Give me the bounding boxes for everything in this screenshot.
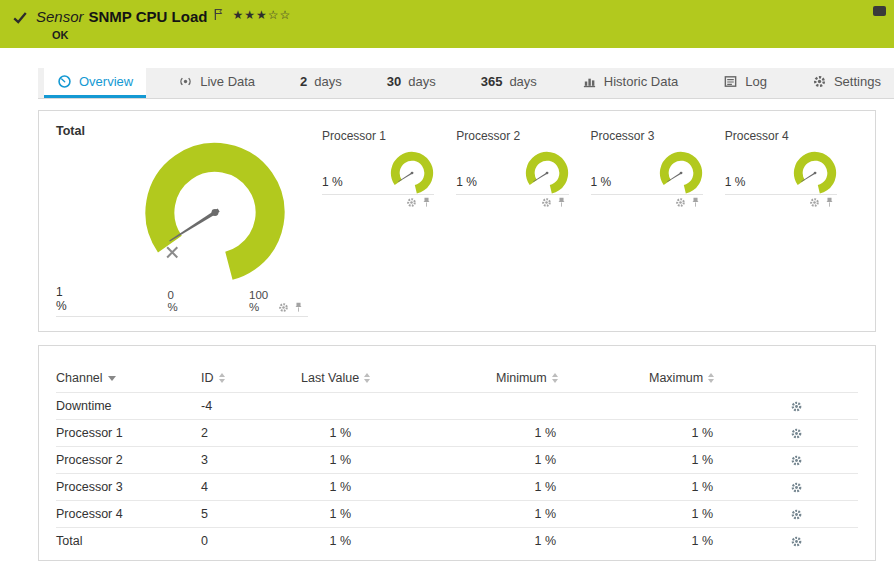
table-row[interactable]: Processor 4 5 1 % 1 % 1 %: [56, 500, 858, 527]
column-header-minimum[interactable]: Minimum: [496, 371, 547, 385]
cell-channel[interactable]: Processor 3: [56, 480, 201, 494]
column-header-id[interactable]: ID: [201, 371, 214, 385]
pin-icon[interactable]: [293, 302, 304, 313]
overview-gauge-icon: [57, 74, 72, 89]
priority-stars[interactable]: ★★★☆☆: [232, 8, 291, 22]
sensor-title: SNMP CPU Load: [89, 8, 208, 25]
column-header-last-value[interactable]: Last Value: [301, 371, 359, 385]
tab-live-data[interactable]: Live Data: [165, 68, 268, 98]
small-gauges: Processor 1 1 % Processor 2 1 %: [308, 124, 859, 317]
tab-2-days[interactable]: 2 days: [287, 68, 355, 98]
cell-minimum: 1 %: [421, 534, 591, 548]
gauge-settings-icon[interactable]: [675, 197, 686, 208]
flag-icon[interactable]: [214, 8, 223, 21]
processor-gauge-dial: [525, 151, 569, 195]
tab-label: Log: [745, 74, 767, 89]
pin-icon[interactable]: [824, 197, 835, 208]
bar-chart-icon: [582, 74, 597, 89]
sensor-status-badge: OK: [52, 29, 291, 41]
gauges-panel: Total 1 % 0 % 100 % Processor: [38, 110, 876, 332]
sort-toggle-icon[interactable]: [708, 373, 714, 383]
tab-label: Historic Data: [604, 74, 678, 89]
table-row[interactable]: Total 0 1 % 1 % 1 %: [56, 527, 858, 554]
channel-settings-icon[interactable]: [790, 454, 803, 467]
sort-toggle-icon[interactable]: [364, 373, 370, 383]
processor-gauge: Processor 1 1 %: [322, 129, 456, 317]
processor-gauge: Processor 2 1 %: [456, 129, 590, 317]
cell-maximum: 1 %: [591, 534, 746, 548]
tab-number: 2: [300, 74, 307, 89]
processor-gauge-dial: [793, 151, 837, 195]
tab-label: Overview: [79, 74, 133, 89]
gauge-settings-icon[interactable]: [406, 197, 417, 208]
channel-settings-icon[interactable]: [790, 400, 803, 413]
total-gauge-label: Total: [56, 124, 308, 138]
sort-descending-icon[interactable]: [108, 376, 116, 381]
log-icon: [723, 74, 738, 89]
column-header-maximum[interactable]: Maximum: [649, 371, 703, 385]
processor-gauge-dial: [659, 151, 703, 195]
gear-icon: [812, 74, 827, 89]
small-gauge-value: 1 %: [456, 175, 477, 189]
tab-label: Live Data: [200, 74, 255, 89]
channel-settings-icon[interactable]: [790, 481, 803, 494]
cell-last-value: 1 %: [301, 426, 421, 440]
small-gauge-label: Processor 3: [591, 129, 703, 143]
tab-label: days: [509, 74, 536, 89]
tab-settings[interactable]: Settings: [799, 68, 894, 98]
channel-settings-icon[interactable]: [790, 508, 803, 521]
tab-overview[interactable]: Overview: [44, 68, 146, 98]
corner-menu-icon[interactable]: [873, 6, 886, 16]
sensor-kind-label: Sensor: [36, 8, 84, 25]
total-gauge: Total 1 % 0 % 100 %: [56, 124, 308, 317]
cell-channel[interactable]: Processor 2: [56, 453, 201, 467]
processor-gauge: Processor 4 1 %: [725, 129, 859, 317]
table-row[interactable]: Processor 2 3 1 % 1 % 1 %: [56, 446, 858, 473]
cell-id: 3: [201, 453, 301, 467]
cell-id: 4: [201, 480, 301, 494]
cell-channel[interactable]: Downtime: [56, 399, 201, 413]
cell-last-value: 1 %: [301, 480, 421, 494]
cell-id: 0: [201, 534, 301, 548]
sort-toggle-icon[interactable]: [219, 373, 225, 383]
cell-maximum: 1 %: [591, 507, 746, 521]
channel-settings-icon[interactable]: [790, 535, 803, 548]
tab-historic-data[interactable]: Historic Data: [569, 68, 691, 98]
cell-last-value: 1 %: [301, 534, 421, 548]
small-gauge-value: 1 %: [322, 175, 343, 189]
tab-label: days: [314, 74, 341, 89]
gauge-min-label: 0 %: [167, 289, 185, 313]
column-header-channel[interactable]: Channel: [56, 371, 103, 385]
channel-settings-icon[interactable]: [790, 427, 803, 440]
tab-365-days[interactable]: 365 days: [468, 68, 550, 98]
tab-label: Settings: [834, 74, 881, 89]
total-gauge-value: 1 %: [56, 285, 74, 313]
cell-last-value: 1 %: [301, 507, 421, 521]
small-gauge-label: Processor 1: [322, 129, 434, 143]
cell-channel[interactable]: Total: [56, 534, 201, 548]
sort-toggle-icon[interactable]: [552, 373, 558, 383]
cell-minimum: 1 %: [421, 453, 591, 467]
channel-table-header: Channel ID Last Value Minimum Maximum: [56, 364, 858, 392]
cell-id: 2: [201, 426, 301, 440]
tab-30-days[interactable]: 30 days: [374, 68, 449, 98]
table-row[interactable]: Processor 3 4 1 % 1 % 1 %: [56, 473, 858, 500]
small-gauge-label: Processor 4: [725, 129, 837, 143]
cell-minimum: 1 %: [421, 426, 591, 440]
pin-icon[interactable]: [690, 197, 701, 208]
cell-minimum: 1 %: [421, 507, 591, 521]
pin-icon[interactable]: [421, 197, 432, 208]
pin-icon[interactable]: [556, 197, 567, 208]
gauge-settings-icon[interactable]: [809, 197, 820, 208]
tab-number: 365: [481, 74, 503, 89]
cell-channel[interactable]: Processor 1: [56, 426, 201, 440]
tab-log[interactable]: Log: [710, 68, 780, 98]
table-row[interactable]: Processor 1 2 1 % 1 % 1 %: [56, 419, 858, 446]
sensor-header: Sensor SNMP CPU Load ★★★☆☆ OK: [0, 0, 894, 48]
gauge-settings-icon[interactable]: [541, 197, 552, 208]
cell-minimum: 1 %: [421, 480, 591, 494]
table-row[interactable]: Downtime -4: [56, 392, 858, 419]
tab-bar: Overview Live Data 2 days 30 days 365 da…: [38, 68, 894, 99]
cell-channel[interactable]: Processor 4: [56, 507, 201, 521]
gauge-settings-icon[interactable]: [278, 302, 289, 313]
